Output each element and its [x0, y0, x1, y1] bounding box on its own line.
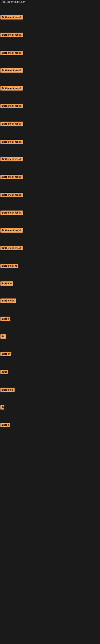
badge-row-13: Bottleneck result: [0, 228, 23, 234]
bottleneck-badge-16[interactable]: Bottlene: [0, 281, 13, 286]
bottleneck-badge-12[interactable]: Bottleneck result: [0, 210, 23, 215]
badge-row-8: Bottleneck result: [0, 140, 23, 145]
badge-row-22: Bottlenec: [0, 388, 15, 393]
badge-row-1: Bottleneck result: [0, 15, 23, 20]
bottleneck-badge-9[interactable]: Bottleneck result: [0, 157, 23, 162]
badge-row-11: Bottleneck result: [0, 193, 23, 198]
badge-row-21: Bott: [0, 370, 8, 375]
site-header: TheBottlenecker.com: [0, 0, 100, 4]
bottleneck-badge-18[interactable]: Bottle: [0, 316, 10, 321]
bottleneck-badge-22[interactable]: Bottlenec: [0, 388, 15, 392]
bottleneck-badge-14[interactable]: Bottleneck result: [0, 246, 23, 250]
badge-row-24: Bottle: [0, 422, 10, 428]
badge-row-23: B: [0, 405, 4, 410]
badge-row-15: Bottleneck re: [0, 264, 18, 269]
badge-row-12: Bottleneck result: [0, 210, 23, 216]
bottleneck-badge-7[interactable]: Bottleneck result: [0, 122, 23, 126]
badge-row-9: Bottleneck result: [0, 157, 23, 162]
badge-row-7: Bottleneck result: [0, 122, 23, 127]
bottleneck-badge-2[interactable]: Bottleneck result: [0, 32, 23, 37]
bottleneck-badge-19[interactable]: Bo: [0, 334, 6, 339]
badge-row-19: Bo: [0, 334, 6, 340]
badge-row-16: Bottlene: [0, 281, 13, 286]
badges-container: Bottleneck resultBottleneck resultBottle…: [0, 4, 100, 644]
badge-row-20: Bottler: [0, 352, 11, 357]
bottleneck-badge-3[interactable]: Bottleneck result: [0, 51, 23, 55]
bottleneck-badge-17[interactable]: Bottleneck: [0, 298, 16, 303]
bottleneck-badge-8[interactable]: Bottleneck result: [0, 140, 23, 144]
bottleneck-badge-24[interactable]: Bottle: [0, 422, 10, 427]
bottleneck-badge-21[interactable]: Bott: [0, 370, 8, 374]
bottleneck-badge-23[interactable]: B: [0, 405, 4, 410]
bottleneck-badge-5[interactable]: Bottleneck result: [0, 86, 23, 90]
badge-row-10: Bottleneck result: [0, 175, 23, 180]
badge-row-17: Bottleneck: [0, 298, 16, 304]
bottleneck-badge-10[interactable]: Bottleneck result: [0, 175, 23, 179]
bottleneck-badge-6[interactable]: Bottleneck result: [0, 104, 23, 108]
bottleneck-badge-13[interactable]: Bottleneck result: [0, 228, 23, 233]
badge-row-6: Bottleneck result: [0, 104, 23, 109]
badge-row-3: Bottleneck result: [0, 51, 23, 56]
badge-row-14: Bottleneck result: [0, 246, 23, 251]
bottleneck-badge-11[interactable]: Bottleneck result: [0, 193, 23, 197]
badge-row-2: Bottleneck result: [0, 32, 23, 38]
badge-row-5: Bottleneck result: [0, 86, 23, 91]
badge-row-18: Bottle: [0, 316, 10, 322]
badge-row-4: Bottleneck result: [0, 68, 23, 74]
bottleneck-badge-1[interactable]: Bottleneck result: [0, 15, 23, 20]
bottleneck-badge-20[interactable]: Bottler: [0, 352, 11, 356]
bottleneck-badge-15[interactable]: Bottleneck re: [0, 264, 18, 268]
bottleneck-badge-4[interactable]: Bottleneck result: [0, 68, 23, 73]
